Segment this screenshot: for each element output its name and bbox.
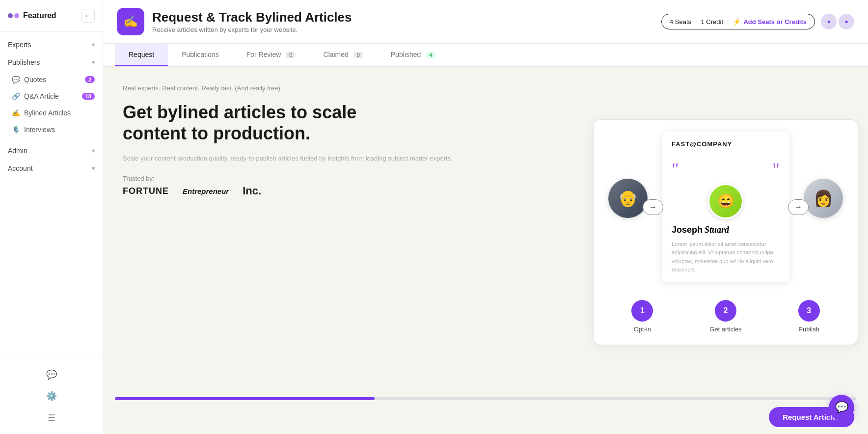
sidebar-item-publishers[interactable]: Publishers ▾: [0, 54, 103, 71]
trusted-by-label: Trusted by:: [123, 175, 155, 182]
trusted-logos: FORTUNE Entrepreneur Inc.: [123, 185, 564, 197]
logo-text: Featured: [23, 11, 56, 20]
interviews-icon: 🎙️: [12, 126, 20, 134]
quotes-badge: 2: [85, 76, 95, 83]
step-2-label: Get articles: [709, 326, 742, 333]
page-header-icon: ✍️: [117, 8, 144, 35]
illustration-card: 👴 👩 → → FAST@COMPANY " " 😄: [593, 119, 858, 345]
sidebar-navigation: Experts ▾ Publishers ▾ 💬 Quotes 2 🔗 Q&A …: [0, 32, 103, 358]
sidebar: Featured ← Experts ▾ Publishers ▾ 💬 Quot…: [0, 0, 103, 434]
float-arrow-right[interactable]: →: [788, 199, 809, 215]
lightning-icon: ⚡: [732, 18, 741, 26]
tab-claimed[interactable]: Claimed 0: [309, 44, 377, 66]
logo-dot-2: [14, 13, 19, 18]
qa-badge: 18: [82, 93, 95, 100]
publishers-label: Publishers: [8, 58, 40, 66]
entrepreneur-logo: Entrepreneur: [183, 187, 229, 195]
interviews-label: Interviews: [24, 126, 55, 134]
quotes-label: Quotes: [24, 76, 46, 83]
step-3-label: Publish: [798, 326, 819, 333]
help-icon[interactable]: 💬: [0, 364, 103, 385]
sidebar-logo: Featured ←: [0, 0, 103, 32]
account-label: Account: [8, 164, 33, 172]
step-3: 3 Publish: [798, 300, 820, 333]
step-3-circle: 3: [798, 300, 820, 322]
step-2-circle: 2: [715, 300, 736, 322]
steps-row: 1 Opt-in 2 Get articles 3 Publish: [594, 300, 858, 333]
logo-dot-1: [8, 13, 13, 18]
tab-request[interactable]: Request: [115, 44, 168, 66]
seats-label: 4 Seats: [670, 18, 691, 26]
logo-dots: [8, 13, 19, 18]
content-area: Real experts. Real content. Really fast.…: [103, 67, 868, 434]
admin-chevron-icon: ▾: [92, 147, 95, 154]
chat-bubble[interactable]: 💬: [829, 395, 854, 420]
logo-mark: Featured: [8, 11, 56, 20]
avatar-1: ●: [821, 14, 837, 29]
sidebar-bottom: 💬 ⚙️ ☰: [0, 358, 103, 434]
inc-logo: Inc.: [243, 185, 261, 197]
tab-for-review[interactable]: For Review 0: [233, 44, 310, 66]
admin-label: Admin: [8, 147, 27, 155]
seats-credits-button[interactable]: 4 Seats | 1 Credit | ⚡ Add Seats or Cred…: [661, 14, 815, 29]
account-chevron-icon: ▾: [92, 165, 95, 172]
article-lorem-text: Lorem ipsum dolor sit amet consectetur a…: [672, 240, 780, 274]
page-subtitle: Receive articles written by experts for …: [152, 26, 352, 33]
float-avatar-left: 👴: [608, 179, 648, 218]
quote-marks: " ": [672, 159, 780, 180]
tab-bar: Request Publications For Review 0 Claime…: [103, 44, 868, 67]
bottom-bar: Request Articles: [103, 400, 868, 434]
sidebar-back-button[interactable]: ←: [81, 9, 95, 23]
page-title: Request & Track Bylined Articles: [152, 10, 352, 25]
avatar-2: ●: [839, 14, 854, 29]
bylined-icon: ✍️: [12, 109, 20, 117]
claimed-badge: 0: [353, 52, 363, 58]
step-1-circle: 1: [631, 300, 653, 322]
for-review-badge: 0: [286, 52, 296, 58]
settings-icon[interactable]: ⚙️: [0, 386, 103, 407]
sidebar-item-quotes[interactable]: 💬 Quotes 2: [0, 71, 103, 88]
main-area: ✍️ Request & Track Bylined Articles Rece…: [103, 0, 868, 434]
float-avatar-right: 👩: [804, 179, 843, 218]
sidebar-item-interviews[interactable]: 🎙️ Interviews: [0, 121, 103, 138]
tab-published[interactable]: Published 4: [377, 44, 450, 66]
fortune-logo: FORTUNE: [123, 186, 169, 196]
quotes-icon: 💬: [12, 76, 20, 83]
avatar-group: ● ●: [821, 14, 854, 29]
step-1: 1 Opt-in: [631, 300, 653, 333]
step-2: 2 Get articles: [709, 300, 742, 333]
tab-publications[interactable]: Publications: [168, 44, 233, 66]
publication-logo: FAST@COMPANY: [672, 140, 780, 153]
page-header: ✍️ Request & Track Bylined Articles Rece…: [103, 0, 868, 44]
published-badge: 4: [426, 52, 435, 58]
publishers-chevron-icon: ▾: [92, 59, 95, 66]
right-panel: 👴 👩 → → FAST@COMPANY " " 😄: [583, 67, 868, 397]
menu-icon[interactable]: ☰: [0, 407, 103, 428]
sub-description: Scale your content production quality, r…: [123, 154, 564, 164]
left-panel: Real experts. Real content. Really fast.…: [103, 67, 583, 397]
content-body: Real experts. Real content. Really fast.…: [103, 67, 868, 397]
bylined-label: Bylined Articles: [24, 109, 71, 117]
sidebar-item-admin[interactable]: Admin ▾: [0, 142, 103, 160]
sidebar-item-qa-article[interactable]: 🔗 Q&A Article 18: [0, 88, 103, 105]
article-author-avatar: 😄: [708, 184, 743, 219]
main-heading: Get bylined articles to scale content to…: [123, 102, 564, 144]
credit-label: 1 Credit: [701, 18, 723, 26]
step-1-label: Opt-in: [634, 326, 651, 333]
sidebar-item-account[interactable]: Account ▾: [0, 160, 103, 177]
article-author-name: Joseph Stuard: [672, 225, 780, 235]
qa-icon: 🔗: [12, 92, 20, 100]
tagline-text: Real experts. Real content. Really fast.…: [123, 84, 564, 92]
article-preview-card: FAST@COMPANY " " 😄 Joseph Stuard Lorem: [662, 132, 789, 282]
experts-chevron-icon: ▾: [92, 41, 95, 48]
add-seats-label: ⚡ Add Seats or Credits: [732, 18, 807, 26]
float-arrow-left[interactable]: →: [643, 199, 663, 215]
sidebar-item-experts[interactable]: Experts ▾: [0, 36, 103, 54]
experts-label: Experts: [8, 41, 31, 49]
sidebar-item-bylined-articles[interactable]: ✍️ Bylined Articles: [0, 105, 103, 121]
qa-label: Q&A Article: [24, 92, 59, 100]
